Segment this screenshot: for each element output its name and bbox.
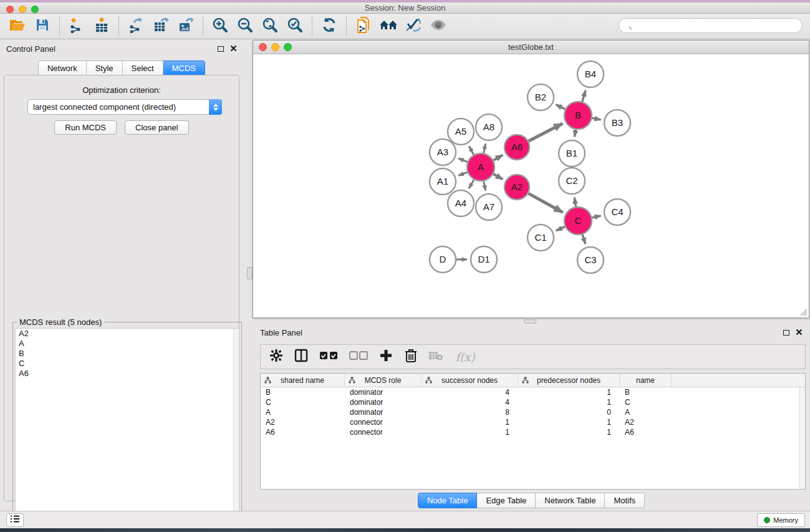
- table-cell[interactable]: 1: [518, 398, 620, 407]
- graph-node-A8[interactable]: A8: [476, 114, 502, 140]
- graph-node-B2[interactable]: B2: [528, 84, 554, 110]
- criterion-dropdown[interactable]: largest connected component (directed): [27, 99, 222, 115]
- task-history-button[interactable]: [6, 513, 24, 527]
- graph-edge-B-B4[interactable]: [582, 90, 586, 102]
- network-canvas[interactable]: B4B2BB3A5A8A6A3AA1B1C2A2A4A7CC4C1C3DD1: [253, 54, 809, 317]
- graph-edge-A-A4[interactable]: [469, 180, 474, 188]
- graph-edge-A6-B[interactable]: [529, 123, 563, 141]
- graph-node-B3[interactable]: B3: [604, 110, 630, 136]
- mcds-result-item[interactable]: C: [16, 359, 239, 369]
- memory-button[interactable]: Memory: [757, 513, 805, 527]
- zoom-selected-button[interactable]: [282, 15, 307, 37]
- apply-layout-button[interactable]: [317, 15, 342, 37]
- graph-node-A6[interactable]: A6: [504, 135, 529, 160]
- graph-node-A7[interactable]: A7: [476, 194, 502, 220]
- table-cell[interactable]: A2: [620, 418, 672, 427]
- column-header-predecessor-nodes[interactable]: predecessor nodes: [518, 374, 620, 387]
- table-cell[interactable]: 4: [422, 388, 518, 397]
- graph-node-A[interactable]: A: [467, 153, 494, 181]
- graph-node-D1[interactable]: D1: [471, 246, 497, 273]
- graph-node-C1[interactable]: C1: [528, 225, 554, 251]
- table-tab-node-table[interactable]: Node Table: [418, 493, 478, 508]
- table-cell[interactable]: B: [620, 388, 672, 397]
- split-view-button[interactable]: [293, 349, 309, 365]
- float-panel-icon[interactable]: [218, 46, 224, 52]
- close-window-button[interactable]: [6, 6, 14, 13]
- export-network-button[interactable]: [123, 15, 148, 37]
- table-scrollbar[interactable]: [799, 387, 805, 489]
- graph-node-B1[interactable]: B1: [559, 140, 585, 167]
- graph-node-B4[interactable]: B4: [577, 61, 604, 87]
- table-tab-edge-table[interactable]: Edge Table: [477, 493, 536, 508]
- table-cell[interactable]: 1: [518, 418, 620, 427]
- table-cell[interactable]: 1: [422, 428, 518, 437]
- table-row[interactable]: Bdominator41B: [261, 387, 805, 397]
- table-cell[interactable]: connector: [345, 418, 422, 427]
- table-cell[interactable]: connector: [345, 428, 422, 437]
- graph-node-A3[interactable]: A3: [430, 139, 456, 165]
- table-row[interactable]: Cdominator41C: [261, 397, 805, 407]
- graph-node-C2[interactable]: C2: [559, 168, 585, 194]
- graph-edge-A-A1[interactable]: [458, 172, 467, 175]
- select-all-button[interactable]: [318, 349, 339, 365]
- table-cell[interactable]: 1: [518, 428, 620, 437]
- minimize-window-button[interactable]: [19, 6, 26, 13]
- graph-edge-C-C3[interactable]: [582, 235, 586, 244]
- network-minimize-button[interactable]: [271, 43, 279, 51]
- close-panel-icon[interactable]: [230, 43, 237, 54]
- graph-edge-B-B2[interactable]: [556, 105, 565, 109]
- graph-edge-C-C4[interactable]: [592, 216, 600, 218]
- table-cell[interactable]: 4: [422, 398, 518, 407]
- table-cell[interactable]: 8: [422, 408, 518, 417]
- column-header-MCDS-role[interactable]: MCDS role: [345, 374, 422, 387]
- graph-edge-C-C2[interactable]: [574, 198, 576, 207]
- deselect-all-button[interactable]: [348, 349, 369, 365]
- table-cell[interactable]: B: [261, 388, 345, 397]
- mcds-result-item[interactable]: A: [16, 339, 239, 349]
- network-zoom-button[interactable]: [284, 43, 292, 51]
- table-cell[interactable]: 1: [422, 418, 518, 427]
- result-list-scrollbar[interactable]: [233, 329, 239, 530]
- table-tab-network-table[interactable]: Network Table: [536, 493, 605, 508]
- zoom-fit-button[interactable]: [258, 15, 282, 37]
- delete-table-button[interactable]: [428, 349, 444, 365]
- mcds-result-list[interactable]: A2ABCA6: [15, 328, 239, 530]
- column-header-successor-nodes[interactable]: successor nodes: [422, 374, 518, 387]
- export-image-button[interactable]: [173, 15, 198, 37]
- network-window-titlebar[interactable]: testGlobe.txt: [253, 41, 809, 54]
- add-column-button[interactable]: [378, 349, 394, 365]
- graph-edge-B-B1[interactable]: [574, 130, 576, 137]
- graph-node-B[interactable]: B: [564, 102, 592, 129]
- graph-edge-A2-C[interactable]: [528, 193, 562, 212]
- table-row[interactable]: Adominator80A: [261, 407, 805, 417]
- eye-hide-button[interactable]: [426, 15, 451, 37]
- run-mcds-button[interactable]: Run MCDS: [54, 120, 117, 135]
- import-network-button[interactable]: [64, 15, 89, 37]
- close-panel-button[interactable]: Close panel: [125, 120, 189, 135]
- table-cell[interactable]: 0: [518, 408, 620, 417]
- table-row[interactable]: A6connector11A6: [261, 427, 805, 437]
- table-cell[interactable]: dominator: [345, 398, 422, 407]
- graph-node-D[interactable]: D: [430, 246, 456, 273]
- tab-mcds[interactable]: MCDS: [163, 60, 205, 76]
- table-tab-motifs[interactable]: Motifs: [605, 493, 645, 508]
- table-cell[interactable]: C: [261, 398, 345, 407]
- graph-edge-A-A5[interactable]: [469, 147, 474, 155]
- mcds-result-item[interactable]: B: [16, 349, 239, 359]
- mcds-result-item[interactable]: A6: [16, 369, 239, 379]
- graph-node-A4[interactable]: A4: [448, 190, 474, 216]
- column-header-shared-name[interactable]: shared name: [261, 374, 345, 387]
- home-button[interactable]: [376, 15, 401, 37]
- table-cell[interactable]: dominator: [345, 388, 422, 397]
- table-cell[interactable]: C: [620, 398, 672, 407]
- settings-gear-button[interactable]: [268, 349, 284, 365]
- export-table-button[interactable]: [148, 15, 173, 37]
- import-table-button[interactable]: [89, 15, 114, 37]
- function-builder-button[interactable]: f(x): [453, 349, 478, 365]
- zoom-window-button[interactable]: [31, 6, 39, 13]
- network-graph[interactable]: B4B2BB3A5A8A6A3AA1B1C2A2A4A7CC4C1C3DD1: [253, 54, 809, 317]
- save-session-button[interactable]: [30, 15, 55, 37]
- search-input[interactable]: [619, 18, 803, 33]
- table-cell[interactable]: A6: [261, 428, 345, 437]
- graph-edge-A-A7[interactable]: [484, 181, 486, 191]
